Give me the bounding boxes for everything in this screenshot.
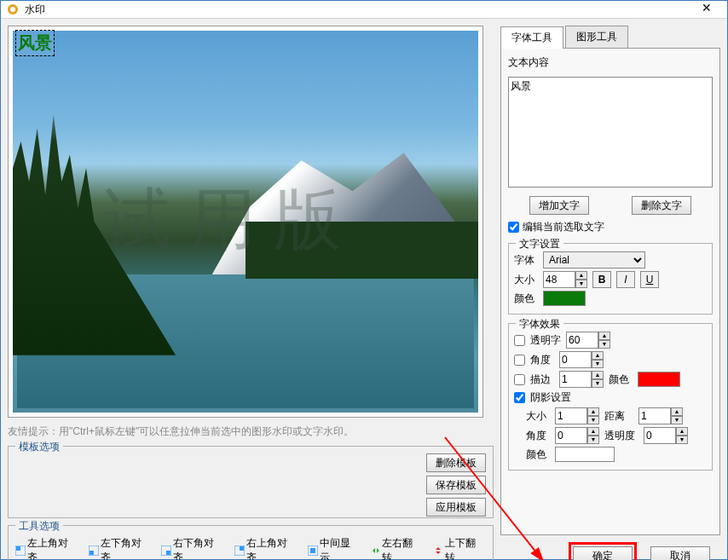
svg-rect-9 [240, 546, 244, 551]
shadow-size-spinner[interactable]: ▲▼ [555, 407, 599, 424]
font-size-spinner[interactable]: ▲▼ [543, 271, 587, 288]
window-title: 水印 [25, 3, 691, 17]
shadow-dist-spinner[interactable]: ▲▼ [638, 407, 683, 424]
text-content-label: 文本内容 [508, 55, 713, 70]
hint-text: 友情提示：用"Ctrl+鼠标左键"可以任意拉伸当前选中的图形水印或文字水印。 [8, 424, 494, 439]
stroke-spinner[interactable]: ▲▼ [559, 371, 604, 388]
dialog-footer: 确定 取消 www.xiazaiba.com [500, 535, 720, 560]
flip-horizontal[interactable]: 左右翻转 [371, 536, 424, 560]
delete-template-button[interactable]: 删除模板 [426, 453, 486, 472]
italic-button[interactable]: I [616, 271, 635, 288]
tool-options: 工具选项 左上角对齐 左下角对齐 右下角对齐 右上角对齐 中间显示 左右翻转 上… [8, 525, 494, 560]
svg-rect-3 [16, 546, 20, 551]
template-options: 模板选项 删除模板 保存模板 应用模板 [8, 446, 494, 518]
transparent-spinner[interactable]: ▲▼ [566, 332, 610, 349]
align-tr-icon [234, 546, 245, 556]
add-text-button[interactable]: 增加文字 [529, 196, 589, 215]
tab-font-tools[interactable]: 字体工具 [500, 26, 563, 49]
align-tl-icon [15, 546, 26, 556]
titlebar: 水印 ✕ [1, 1, 727, 19]
spin-down-icon[interactable]: ▼ [575, 280, 587, 288]
align-top-right[interactable]: 右上角对齐 [234, 536, 298, 560]
shadow-angle-spinner[interactable]: ▲▼ [555, 427, 599, 444]
spin-up-icon[interactable]: ▲ [575, 271, 587, 280]
align-bottom-right[interactable]: 右下角对齐 [161, 536, 224, 560]
delete-text-button[interactable]: 删除文字 [632, 196, 691, 215]
shadow-color-swatch[interactable] [555, 447, 615, 462]
align-center-icon [308, 546, 318, 556]
edit-selected-checkbox[interactable]: 编辑当前选取文字 [508, 220, 713, 234]
ok-highlight: 确定 [569, 542, 637, 560]
align-center[interactable]: 中间显示 [308, 536, 361, 560]
text-settings: 文字设置 字体 Arial 大小 ▲▼ B I U 颜色 [508, 243, 713, 315]
preview-canvas[interactable]: 风景 试用版 [8, 26, 483, 418]
font-effect: 字体效果 透明字 ▲▼ 角度 ▲▼ 描边 ▲▼ 颜色 阴影设置 [508, 323, 713, 471]
angle-spinner[interactable]: ▲▼ [559, 351, 604, 368]
angle-checkbox[interactable] [514, 355, 525, 366]
template-legend: 模板选项 [15, 440, 63, 454]
align-br-icon [161, 546, 171, 556]
align-bottom-left[interactable]: 左下角对齐 [89, 536, 152, 560]
cancel-button[interactable]: 取消 [650, 546, 710, 560]
font-select[interactable]: Arial [543, 251, 645, 268]
text-color-swatch[interactable] [543, 291, 586, 306]
transparent-checkbox[interactable] [514, 335, 525, 346]
align-top-left[interactable]: 左上角对齐 [15, 536, 78, 560]
stroke-checkbox[interactable] [514, 374, 525, 385]
tabs: 字体工具 图形工具 [500, 26, 720, 49]
watermark-text-overlay[interactable]: 风景 [15, 30, 55, 56]
svg-point-1 [10, 7, 15, 12]
shadow-enable-checkbox[interactable] [514, 392, 525, 403]
svg-rect-5 [90, 551, 94, 555]
stroke-color-swatch[interactable] [638, 372, 680, 387]
shadow-opacity-spinner[interactable]: ▲▼ [644, 427, 688, 444]
ok-button[interactable]: 确定 [573, 546, 633, 560]
flip-v-icon [433, 546, 443, 556]
save-template-button[interactable]: 保存模板 [426, 476, 486, 494]
app-icon [6, 3, 20, 16]
trial-overlay: 试用版 [103, 175, 359, 267]
text-content-input[interactable] [508, 77, 713, 188]
flip-vertical[interactable]: 上下翻转 [433, 536, 486, 560]
close-icon[interactable]: ✕ [691, 1, 722, 18]
align-bl-icon [89, 546, 99, 556]
watermark-dialog: 水印 ✕ 风景 试用版 友情提示：用"Ctrl+鼠标左键"可以任意拉伸当前选中的… [0, 0, 728, 560]
underline-button[interactable]: U [640, 271, 659, 288]
apply-template-button[interactable]: 应用模板 [426, 498, 486, 517]
tab-content: 文本内容 增加文字 删除文字 编辑当前选取文字 文字设置 字体 Arial 大小… [500, 49, 720, 535]
tool-legend: 工具选项 [15, 519, 63, 534]
bold-button[interactable]: B [592, 271, 611, 288]
svg-rect-7 [166, 551, 170, 555]
flip-h-icon [371, 546, 381, 556]
tab-shape-tools[interactable]: 图形工具 [565, 26, 628, 48]
svg-rect-11 [310, 548, 315, 553]
